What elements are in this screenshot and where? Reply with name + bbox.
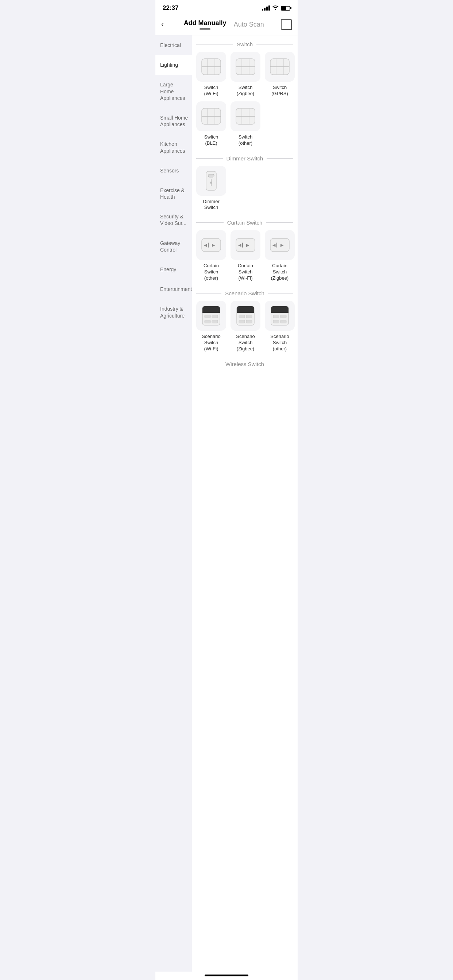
tab-add-manually[interactable]: Add Manually <box>184 19 226 30</box>
section-line-right-wireless <box>268 364 293 364</box>
switch-ble-icon <box>196 101 226 131</box>
device-dimmer[interactable]: Dimmer Switch <box>196 166 226 211</box>
dimmer-grid: Dimmer Switch <box>196 166 293 214</box>
section-line-left-dimmer <box>196 158 223 159</box>
svg-rect-48 <box>271 310 289 313</box>
svg-rect-45 <box>246 320 252 323</box>
section-header-wireless: Wireless Switch <box>196 355 293 372</box>
main-layout: Electrical Lighting Large Home Appliance… <box>155 35 298 972</box>
sidebar-item-exercise[interactable]: Exercise & Health <box>155 180 192 207</box>
svg-text:◀ ▎ ▶: ◀ ▎ ▶ <box>273 242 284 248</box>
curtain-zigbee-label: Curtain Switch(Zigbee) <box>265 263 295 282</box>
curtain-grid: ◀ ▎ ▶ Curtain Switch(other) ◀ ▎ ▶ Curtai… <box>196 230 293 285</box>
svg-point-25 <box>210 181 212 184</box>
sidebar-item-gateway[interactable]: Gateway Control <box>155 233 192 259</box>
status-icons <box>262 5 290 11</box>
device-scenario-zigbee[interactable]: Scenario Switch(Zigbee) <box>231 301 260 352</box>
section-header-dimmer: Dimmer Switch <box>196 150 293 166</box>
device-switch-gprs[interactable]: Switch(GPRS) <box>265 52 295 97</box>
status-time: 22:37 <box>163 5 179 12</box>
section-line-left-curtain <box>196 223 223 223</box>
section-line-right-scenario <box>268 293 293 293</box>
device-scenario-other[interactable]: Scenario Switch(other) <box>265 301 295 352</box>
curtain-other-label: Curtain Switch(other) <box>196 263 226 282</box>
switch-other-icon <box>231 101 260 131</box>
section-line-right-curtain <box>266 223 293 223</box>
home-bar <box>205 975 248 976</box>
battery-icon <box>281 6 290 11</box>
curtain-other-icon: ◀ ▎ ▶ <box>196 230 226 260</box>
device-curtain-wifi[interactable]: ◀ ▎ ▶ Curtain Switch(Wi-Fi) <box>231 230 260 282</box>
device-curtain-other[interactable]: ◀ ▎ ▶ Curtain Switch(other) <box>196 230 226 282</box>
svg-rect-50 <box>281 315 286 318</box>
svg-text:◀ ▎ ▶: ◀ ▎ ▶ <box>238 242 249 248</box>
section-title-curtain: Curtain Switch <box>227 220 263 226</box>
device-switch-other[interactable]: Switch(other) <box>231 101 260 146</box>
sidebar-item-electrical[interactable]: Electrical <box>155 35 192 55</box>
switch-grid: Switch(Wi-Fi) Switch(Zigbee) <box>196 52 293 150</box>
curtain-wifi-label: Curtain Switch(Wi-Fi) <box>231 263 260 282</box>
scenario-zigbee-icon <box>231 301 260 331</box>
header: ‹ Add Manually Auto Scan <box>155 14 298 35</box>
switch-ble-label: Switch(BLE) <box>204 134 218 146</box>
section-line-left <box>196 44 233 45</box>
wifi-icon <box>272 5 279 11</box>
sidebar-item-kitchen[interactable]: Kitchen Appliances <box>155 134 192 161</box>
svg-rect-36 <box>212 315 218 318</box>
device-switch-ble[interactable]: Switch(BLE) <box>196 101 226 146</box>
scenario-other-icon <box>265 301 295 331</box>
svg-rect-23 <box>208 174 214 177</box>
svg-text:◀ ▎ ▶: ◀ ▎ ▶ <box>204 242 215 248</box>
sidebar-item-entertainment[interactable]: Entertainment <box>155 279 192 299</box>
home-indicator <box>155 972 298 980</box>
switch-gprs-label: Switch(GPRS) <box>271 84 288 97</box>
switch-other-label: Switch(other) <box>239 134 252 146</box>
device-curtain-zigbee[interactable]: ◀ ▎ ▶ Curtain Switch(Zigbee) <box>265 230 295 282</box>
scenario-other-label: Scenario Switch(other) <box>265 334 295 352</box>
svg-rect-42 <box>239 315 245 318</box>
svg-rect-37 <box>205 320 211 323</box>
svg-rect-34 <box>203 310 220 313</box>
curtain-zigbee-icon: ◀ ▎ ▶ <box>265 230 295 260</box>
dimmer-label: Dimmer Switch <box>196 199 226 211</box>
switch-zigbee-icon <box>231 52 260 82</box>
svg-rect-51 <box>273 320 279 323</box>
svg-rect-52 <box>281 320 286 323</box>
device-switch-wifi[interactable]: Switch(Wi-Fi) <box>196 52 226 97</box>
status-bar: 22:37 <box>155 0 298 14</box>
svg-rect-35 <box>205 315 211 318</box>
section-header-switch: Switch <box>196 35 293 52</box>
section-line-left-wireless <box>196 364 222 364</box>
section-line-right <box>257 44 293 45</box>
tab-auto-scan[interactable]: Auto Scan <box>234 21 264 29</box>
svg-rect-38 <box>212 320 218 323</box>
scenario-grid: Scenario Switch(Wi-Fi) Scenario Switch(Z… <box>196 301 293 355</box>
section-header-curtain: Curtain Switch <box>196 214 293 230</box>
svg-rect-44 <box>239 320 245 323</box>
section-line-left-scenario <box>196 293 222 293</box>
dimmer-icon <box>196 166 226 196</box>
sidebar-item-energy[interactable]: Energy <box>155 259 192 279</box>
device-switch-zigbee[interactable]: Switch(Zigbee) <box>231 52 260 97</box>
svg-rect-43 <box>246 315 252 318</box>
section-title-scenario: Scenario Switch <box>225 290 265 296</box>
switch-wifi-icon <box>196 52 226 82</box>
device-scenario-wifi[interactable]: Scenario Switch(Wi-Fi) <box>196 301 226 352</box>
scenario-wifi-icon <box>196 301 226 331</box>
sidebar: Electrical Lighting Large Home Appliance… <box>155 35 192 972</box>
back-button[interactable]: ‹ <box>161 18 167 30</box>
sidebar-item-lighting[interactable]: Lighting <box>155 55 192 75</box>
header-tabs: Add Manually Auto Scan <box>184 19 264 30</box>
section-title-dimmer: Dimmer Switch <box>226 155 263 162</box>
sidebar-item-industry[interactable]: Industry & Agriculture <box>155 299 192 325</box>
sidebar-item-large-home[interactable]: Large Home Appliances <box>155 75 192 108</box>
switch-wifi-label: Switch(Wi-Fi) <box>204 84 219 97</box>
scan-icon[interactable] <box>281 19 292 30</box>
section-header-scenario: Scenario Switch <box>196 285 293 301</box>
svg-rect-49 <box>273 315 279 318</box>
sidebar-item-small-home[interactable]: Small Home Appliances <box>155 108 192 134</box>
sidebar-item-security[interactable]: Security & Video Sur... <box>155 207 192 233</box>
curtain-wifi-icon: ◀ ▎ ▶ <box>231 230 260 260</box>
svg-rect-41 <box>237 310 254 313</box>
sidebar-item-sensors[interactable]: Sensors <box>155 161 192 180</box>
